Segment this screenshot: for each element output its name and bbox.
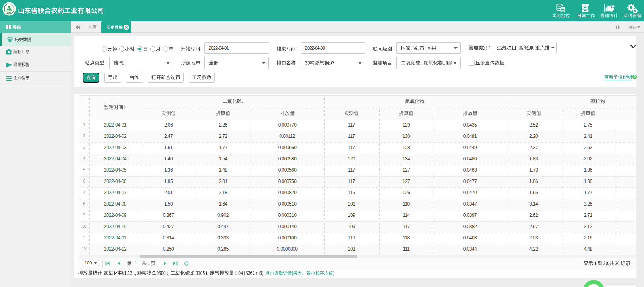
svg-text:?: ? [634, 75, 636, 79]
svg-text:MEE: MEE [7, 12, 11, 14]
